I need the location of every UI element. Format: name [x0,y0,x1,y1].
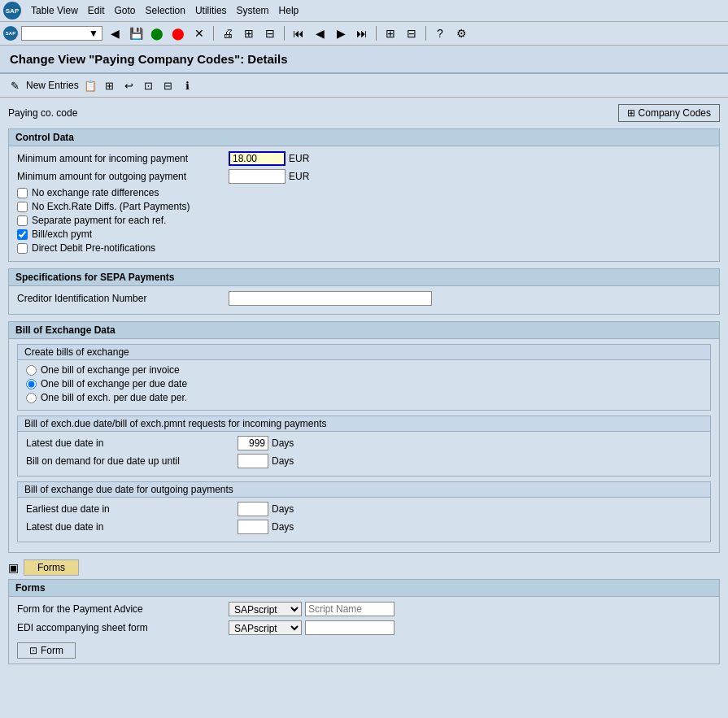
action-bar: ✎ New Entries 📋 ⊞ ↩ ⊡ ⊟ ℹ [0,74,728,98]
toolbar-find-icon[interactable]: ⊞ [240,24,258,42]
latest-due-outgoing-unit: Days [272,521,294,533]
bill-exch-checkbox[interactable] [17,229,28,240]
creditor-id-input[interactable] [229,291,432,306]
script-name-input[interactable] [305,602,395,616]
separate-payment-label: Separate payment for each ref. [32,215,166,226]
forms-section-header: Forms [9,580,719,597]
no-exchange-checkbox[interactable] [17,188,28,198]
copy-icon[interactable]: 📋 [82,77,98,94]
outgoing-header: Bill of exchange due date for outgoing p… [18,482,710,498]
no-exchange-label: No exchange rate differences [32,187,159,198]
min-incoming-input[interactable] [229,151,286,166]
toolbar-print-icon[interactable]: 🖨 [219,24,237,42]
forms-section-body: Form for the Payment Advice SAPscript Sm… [9,597,719,664]
payment-advice-select[interactable]: SAPscript SmartForms PDF Form [229,602,302,616]
toolbar-layout-icon[interactable]: ⊞ [381,24,399,42]
latest-due-outgoing-input[interactable] [238,520,268,534]
undo-icon[interactable]: ↩ [121,77,137,94]
min-outgoing-currency: EUR [289,171,309,182]
menu-bar: SAP Table View Edit Goto Selection Utili… [0,0,728,22]
control-data-body: Minimum amount for incoming payment EUR … [9,146,719,261]
form-button[interactable]: ⊡ Form [17,642,76,659]
creditor-id-row: Creditor Identification Number [17,291,711,306]
forms-section: Forms Form for the Payment Advice SAPscr… [8,579,720,664]
latest-due-in-input[interactable] [238,436,268,450]
earliest-due-row: Earliest due date in Days [26,502,702,516]
earliest-due-input[interactable] [238,502,268,516]
toolbar-prev2-icon[interactable]: ◀ [311,24,329,42]
latest-due-outgoing-label: Latest due date in [26,521,238,533]
latest-due-in-row: Latest due date in Days [26,436,702,450]
bill-exch-row: Bill/exch pymt [17,228,711,240]
menu-edit[interactable]: Edit [88,5,105,16]
toolbar-next-icon[interactable]: ▶ [332,24,350,42]
direct-debit-checkbox[interactable] [17,243,28,254]
incoming-subsection: Bill of exch.due date/bill of exch.pmnt … [17,416,711,476]
copy2-icon[interactable]: ⊞ [102,77,118,94]
toolbar-help-icon[interactable]: ? [431,24,449,42]
incoming-header: Bill of exch.due date/bill of exch.pmnt … [18,416,710,432]
radio-per-due-date[interactable] [26,379,37,389]
toolbar-sep4 [425,26,426,41]
bill-on-demand-row: Bill on demand for due date up until Day… [26,454,702,468]
toolbar-prev-icon[interactable]: ◀ [106,24,124,42]
menu-goto[interactable]: Goto [115,5,136,16]
menu-selection[interactable]: Selection [146,5,185,16]
toolbar-last-icon[interactable]: ⏭ [353,24,371,42]
toolbar-command-input[interactable]: ▼ [21,26,102,41]
company-codes-label: Company Codes [639,107,711,119]
toolbar-find2-icon[interactable]: ⊟ [261,24,279,42]
separate-payment-checkbox[interactable] [17,215,28,226]
toolbar-refresh-icon[interactable]: ⬤ [148,24,166,42]
menu-utilities[interactable]: Utilities [195,5,227,16]
menu-system[interactable]: System [237,5,269,16]
bill-on-demand-input[interactable] [238,454,268,468]
edi-input[interactable] [305,620,395,635]
control-data-section: Control Data Minimum amount for incoming… [8,128,720,262]
main-content: Paying co. code ⊞ Company Codes Control … [0,98,728,671]
payment-advice-label: Form for the Payment Advice [17,603,229,615]
toolbar-save-icon[interactable]: 💾 [127,24,145,42]
company-codes-icon: ⊞ [627,107,635,119]
edi-row: EDI accompanying sheet form SAPscript Sm… [17,620,711,635]
sap-logo: SAP [3,2,21,20]
min-outgoing-input[interactable] [229,169,286,184]
toolbar-first-icon[interactable]: ⏮ [290,24,307,42]
toolbar-dropdown-arrow[interactable]: ▼ [89,28,98,39]
menu-help[interactable]: Help [279,5,299,16]
radio-per-due-date-label: One bill of exchange per due date [41,378,187,389]
edi-label: EDI accompanying sheet form [17,622,229,633]
toolbar-stop2-icon[interactable]: ✕ [190,24,208,42]
info-icon[interactable]: ℹ [180,77,196,94]
bill-exch-label: Bill/exch pymt [32,228,92,240]
toolbar-layout2-icon[interactable]: ⊟ [403,24,421,42]
radio-per-invoice[interactable] [26,365,37,376]
paying-co-code-label: Paying co. code [8,107,77,119]
latest-due-outgoing-row: Latest due date in Days [26,520,702,534]
toolbar-stop-icon[interactable]: ⬤ [169,24,187,42]
radio-per-due-date-per[interactable] [26,393,37,403]
sepa-section: Specifications for SEPA Payments Credito… [8,268,720,315]
min-outgoing-label: Minimum amount for outgoing payment [17,171,229,182]
forms-toggle-button[interactable]: Forms [24,559,79,576]
toolbar: SAP ▼ ◀ 💾 ⬤ ⬤ ✕ 🖨 ⊞ ⊟ ⏮ ◀ ▶ ⏭ ⊞ ⊟ ? ⚙ [0,22,728,46]
sepa-header: Specifications for SEPA Payments [9,269,719,286]
toolbar-sep3 [376,26,377,41]
new-entries-button[interactable]: New Entries [26,80,79,91]
radio-per-due-date-row: One bill of exchange per due date [26,378,702,389]
boe-header: Bill of Exchange Data [9,322,719,339]
form-btn-label: Form [41,645,63,656]
toolbar-sep1 [213,26,214,41]
move-icon[interactable]: ⊡ [141,77,157,94]
forms-toggle-label: Forms [37,562,65,573]
delete-icon[interactable]: ⊟ [160,77,177,94]
payment-advice-row: Form for the Payment Advice SAPscript Sm… [17,602,711,616]
menu-table-view[interactable]: Table View [31,5,78,16]
creditor-id-label: Creditor Identification Number [17,293,229,304]
no-exch-diffs-checkbox[interactable] [17,202,28,212]
edi-select[interactable]: SAPscript SmartForms PDF Form [229,620,302,635]
expand-icon: ▣ [8,561,19,574]
toolbar-settings-icon[interactable]: ⚙ [452,24,470,42]
company-codes-button[interactable]: ⊞ Company Codes [618,104,720,122]
boe-body: Create bills of exchange One bill of exc… [9,339,719,552]
